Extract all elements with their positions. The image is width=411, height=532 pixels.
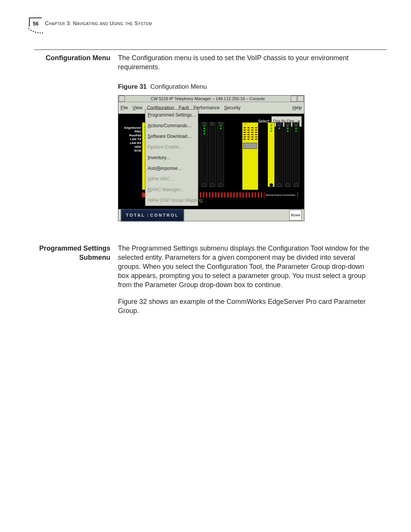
minimize-button[interactable] [291, 96, 297, 102]
menu-item-programmed-settings[interactable]: Programmed Settings… [145, 110, 198, 120]
chassis-side-labels: EdgeServer PRO Run/Fail LAN TX LAN RX HD… [120, 126, 141, 153]
console-window: CW 5210 IP Telephony Manager – 149.112.2… [118, 95, 304, 221]
total-control-badge: TOTALCONTROL [121, 209, 184, 222]
menu-item-hiper-arc: HiPer ARC… [145, 174, 198, 184]
menu-security[interactable]: Security [224, 103, 241, 112]
horizontal-rule [34, 50, 387, 50]
menu-item-inventory[interactable]: Inventory… [145, 152, 198, 163]
page-number: 56 [29, 18, 42, 27]
menu-view[interactable]: View [132, 103, 142, 112]
card-slot-18[interactable] [284, 122, 292, 187]
arrow-icon: ↻ [270, 122, 273, 125]
window-footer: TOTALCONTROL 3Com [118, 209, 304, 221]
section-paragraph: The Programmed Settings submenu displays… [118, 244, 377, 289]
card-slot-19[interactable] [292, 122, 299, 187]
menu-item-marc-manager: MARC Manager… [145, 184, 198, 195]
chapter-header: Chapter 3: Navigating and Using the Syst… [45, 20, 152, 26]
window-titlebar: CW 5210 IP Telephony Manager – 149.112.2… [118, 96, 304, 102]
card-slot-17[interactable] [276, 122, 283, 187]
card-slot-16[interactable]: ↻ [268, 122, 275, 187]
card-slot-9[interactable] [209, 122, 216, 187]
card-slot-13[interactable]: ↻ [242, 122, 258, 190]
decorative-dots [28, 28, 43, 34]
window-menu-button[interactable] [119, 96, 125, 102]
section-paragraph: The Configuration menu is used to set th… [118, 53, 377, 72]
configuration-dropdown: Programmed Settings… Actions/Commands… S… [145, 109, 198, 206]
menu-item-hiper-dsp-group-mapping: HiPer DSP Group Mapping… [145, 195, 198, 206]
menu-item-autoresponse[interactable]: AutoResponse… [145, 163, 198, 174]
figure-label: Figure 31 [118, 83, 147, 90]
card-slot-8[interactable] [201, 122, 208, 187]
figure-title: Configuration Menu [150, 83, 207, 90]
figure-screenshot: CW 5210 IP Telephony Manager – 149.112.2… [118, 95, 377, 221]
chassis-footer-sublabel: Remote Access Concentrator [264, 190, 296, 200]
maximize-button[interactable] [298, 96, 304, 102]
section-heading: Configuration Menu [34, 53, 110, 221]
menu-item-feature-enable: Feature Enable… [145, 142, 198, 152]
arrow-icon: ↻ [244, 122, 247, 125]
section-paragraph: Figure 32 shows an example of the CommWo… [118, 297, 377, 315]
menu-item-actions-commands[interactable]: Actions/Commands… [145, 120, 198, 131]
menu-bar: File View Configuration Fault Performanc… [118, 102, 304, 114]
menu-item-software-download[interactable]: Software Download… [145, 131, 198, 142]
3com-logo: 3Com [289, 210, 302, 220]
section-heading: Programmed Settings Submenu [34, 244, 110, 315]
menu-help[interactable]: Help [292, 103, 302, 112]
card-slot-10[interactable] [217, 122, 225, 187]
menu-file[interactable]: File [121, 103, 128, 112]
figure-caption: Figure 31 Configuration Menu [118, 82, 377, 91]
